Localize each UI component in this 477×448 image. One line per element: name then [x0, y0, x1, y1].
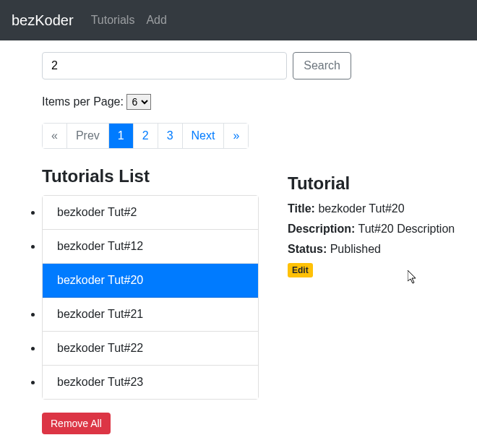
page-prev[interactable]: Prev [66, 123, 109, 149]
remove-all-button[interactable]: Remove All [42, 413, 111, 434]
list-item[interactable]: bezkoder Tut#20 [43, 264, 258, 298]
detail-title-value: bezkoder Tut#20 [318, 202, 404, 215]
search-input[interactable] [42, 52, 287, 79]
pagination: «Prev123Next» [42, 123, 259, 149]
tutorials-list: bezkoder Tut#2bezkoder Tut#12bezkoder Tu… [42, 195, 259, 400]
detail-title-row: Title: bezkoder Tut#20 [288, 202, 461, 215]
list-item[interactable]: bezkoder Tut#23 [43, 366, 258, 399]
page-next[interactable]: Next [182, 123, 225, 149]
items-per-page: Items per Page: 369 [42, 94, 259, 110]
detail-status-row: Status: Published [288, 243, 461, 256]
detail-desc-label: Description: [288, 223, 355, 235]
detail-heading: Tutorial [288, 173, 461, 194]
list-item[interactable]: bezkoder Tut#21 [43, 298, 258, 332]
nav-add[interactable]: Add [140, 8, 172, 33]
detail-desc-value: Tut#20 Description [358, 223, 455, 235]
page-2[interactable]: 2 [133, 123, 158, 149]
detail-desc-row: Description: Tut#20 Description [288, 223, 461, 236]
navbar: bezKoder Tutorials Add [0, 0, 477, 40]
list-heading: Tutorials List [42, 166, 259, 186]
items-per-page-label: Items per Page: [42, 95, 124, 108]
list-item[interactable]: bezkoder Tut#12 [43, 230, 258, 264]
edit-button[interactable]: Edit [288, 263, 313, 277]
brand-link[interactable]: bezKoder [12, 12, 74, 29]
list-item[interactable]: bezkoder Tut#22 [43, 332, 258, 366]
page-3[interactable]: 3 [158, 123, 183, 149]
detail-status-label: Status: [288, 243, 327, 255]
items-per-page-select[interactable]: 369 [126, 94, 151, 110]
detail-title-label: Title: [288, 202, 315, 215]
page-first[interactable]: « [42, 123, 67, 149]
nav-tutorials[interactable]: Tutorials [85, 8, 141, 33]
list-item[interactable]: bezkoder Tut#2 [43, 196, 258, 230]
detail-status-value: Published [330, 243, 381, 255]
page-1[interactable]: 1 [108, 123, 134, 149]
page-last[interactable]: » [223, 123, 249, 149]
